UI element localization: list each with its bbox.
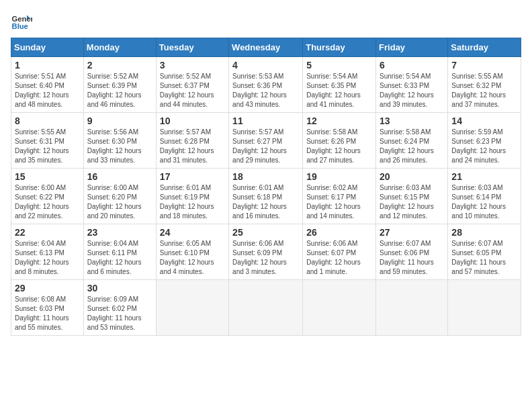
calendar-cell: 12Sunrise: 5:58 AM Sunset: 6:26 PM Dayli…: [303, 113, 376, 169]
week-row-1: 1Sunrise: 5:51 AM Sunset: 6:40 PM Daylig…: [11, 57, 521, 113]
day-detail: Sunrise: 5:52 AM Sunset: 6:39 PM Dayligh…: [87, 72, 152, 109]
page-header: General Blue: [11, 11, 521, 32]
svg-text:Blue: Blue: [12, 22, 28, 30]
day-number: 23: [87, 227, 152, 238]
calendar-cell: 6Sunrise: 5:54 AM Sunset: 6:33 PM Daylig…: [376, 57, 448, 113]
day-detail: Sunrise: 5:54 AM Sunset: 6:35 PM Dayligh…: [306, 72, 372, 109]
weekday-header-monday: Monday: [83, 38, 156, 57]
calendar-cell: 23Sunrise: 6:04 AM Sunset: 6:11 PM Dayli…: [83, 224, 156, 280]
day-detail: Sunrise: 5:55 AM Sunset: 6:32 PM Dayligh…: [451, 72, 517, 109]
calendar-cell: 14Sunrise: 5:59 AM Sunset: 6:23 PM Dayli…: [448, 113, 521, 169]
day-number: 16: [87, 171, 152, 182]
day-detail: Sunrise: 5:58 AM Sunset: 6:24 PM Dayligh…: [380, 128, 444, 165]
weekday-header-thursday: Thursday: [303, 38, 376, 57]
week-row-4: 22Sunrise: 6:04 AM Sunset: 6:13 PM Dayli…: [11, 224, 521, 280]
calendar-cell: 17Sunrise: 6:01 AM Sunset: 6:19 PM Dayli…: [156, 169, 228, 224]
calendar-cell: 1Sunrise: 5:51 AM Sunset: 6:40 PM Daylig…: [11, 57, 84, 113]
day-detail: Sunrise: 5:53 AM Sunset: 6:36 PM Dayligh…: [232, 72, 299, 109]
week-row-5: 29Sunrise: 6:08 AM Sunset: 6:03 PM Dayli…: [11, 280, 521, 336]
day-number: 7: [451, 60, 517, 71]
calendar-cell: 15Sunrise: 6:00 AM Sunset: 6:22 PM Dayli…: [11, 169, 84, 224]
day-detail: Sunrise: 6:00 AM Sunset: 6:22 PM Dayligh…: [15, 183, 80, 221]
day-detail: Sunrise: 5:57 AM Sunset: 6:28 PM Dayligh…: [160, 128, 225, 165]
logo-icon: General Blue: [11, 11, 32, 32]
calendar-cell: 9Sunrise: 5:56 AM Sunset: 6:30 PM Daylig…: [83, 113, 156, 169]
day-number: 22: [15, 227, 80, 238]
weekday-header-saturday: Saturday: [448, 38, 521, 57]
day-detail: Sunrise: 6:01 AM Sunset: 6:18 PM Dayligh…: [232, 183, 299, 221]
calendar-cell: [156, 280, 228, 336]
day-detail: Sunrise: 5:55 AM Sunset: 6:31 PM Dayligh…: [15, 128, 80, 165]
day-detail: Sunrise: 6:05 AM Sunset: 6:10 PM Dayligh…: [160, 239, 225, 277]
day-detail: Sunrise: 5:51 AM Sunset: 6:40 PM Dayligh…: [15, 72, 80, 109]
day-number: 27: [380, 227, 444, 238]
day-detail: Sunrise: 6:00 AM Sunset: 6:20 PM Dayligh…: [87, 183, 152, 221]
day-detail: Sunrise: 6:07 AM Sunset: 6:05 PM Dayligh…: [451, 239, 517, 277]
day-number: 11: [232, 116, 299, 126]
week-row-3: 15Sunrise: 6:00 AM Sunset: 6:22 PM Dayli…: [11, 169, 521, 224]
day-detail: Sunrise: 6:04 AM Sunset: 6:11 PM Dayligh…: [87, 239, 152, 277]
calendar-table: SundayMondayTuesdayWednesdayThursdayFrid…: [11, 38, 521, 336]
day-number: 3: [160, 60, 225, 71]
day-number: 14: [451, 116, 517, 126]
week-row-2: 8Sunrise: 5:55 AM Sunset: 6:31 PM Daylig…: [11, 113, 521, 169]
day-detail: Sunrise: 6:09 AM Sunset: 6:02 PM Dayligh…: [87, 295, 152, 332]
calendar-cell: 13Sunrise: 5:58 AM Sunset: 6:24 PM Dayli…: [376, 113, 448, 169]
day-detail: Sunrise: 6:06 AM Sunset: 6:07 PM Dayligh…: [306, 239, 372, 277]
calendar-cell: 7Sunrise: 5:55 AM Sunset: 6:32 PM Daylig…: [448, 57, 521, 113]
calendar-cell: 8Sunrise: 5:55 AM Sunset: 6:31 PM Daylig…: [11, 113, 84, 169]
day-detail: Sunrise: 5:57 AM Sunset: 6:27 PM Dayligh…: [232, 128, 299, 165]
day-detail: Sunrise: 6:04 AM Sunset: 6:13 PM Dayligh…: [15, 239, 80, 277]
calendar-cell: 26Sunrise: 6:06 AM Sunset: 6:07 PM Dayli…: [303, 224, 376, 280]
calendar-cell: 29Sunrise: 6:08 AM Sunset: 6:03 PM Dayli…: [11, 280, 84, 336]
day-number: 21: [451, 171, 517, 182]
calendar-cell: 10Sunrise: 5:57 AM Sunset: 6:28 PM Dayli…: [156, 113, 228, 169]
calendar-cell: 30Sunrise: 6:09 AM Sunset: 6:02 PM Dayli…: [83, 280, 156, 336]
day-number: 29: [15, 283, 80, 293]
calendar-cell: [229, 280, 303, 336]
calendar-cell: [376, 280, 448, 336]
day-number: 19: [306, 171, 372, 182]
day-number: 20: [380, 171, 444, 182]
calendar-cell: 18Sunrise: 6:01 AM Sunset: 6:18 PM Dayli…: [229, 169, 303, 224]
day-number: 24: [160, 227, 225, 238]
day-number: 1: [15, 60, 80, 71]
day-number: 18: [232, 171, 299, 182]
calendar-cell: 4Sunrise: 5:53 AM Sunset: 6:36 PM Daylig…: [229, 57, 303, 113]
calendar-cell: 2Sunrise: 5:52 AM Sunset: 6:39 PM Daylig…: [83, 57, 156, 113]
weekday-header-wednesday: Wednesday: [229, 38, 303, 57]
day-number: 30: [87, 283, 152, 293]
calendar-cell: 22Sunrise: 6:04 AM Sunset: 6:13 PM Dayli…: [11, 224, 84, 280]
calendar-cell: [303, 280, 376, 336]
day-number: 6: [380, 60, 444, 71]
day-detail: Sunrise: 5:58 AM Sunset: 6:26 PM Dayligh…: [306, 128, 372, 165]
calendar-cell: 5Sunrise: 5:54 AM Sunset: 6:35 PM Daylig…: [303, 57, 376, 113]
weekday-header-tuesday: Tuesday: [156, 38, 228, 57]
day-detail: Sunrise: 6:01 AM Sunset: 6:19 PM Dayligh…: [160, 183, 225, 221]
day-number: 13: [380, 116, 444, 126]
day-number: 26: [306, 227, 372, 238]
day-detail: Sunrise: 5:59 AM Sunset: 6:23 PM Dayligh…: [451, 128, 517, 165]
calendar-cell: 24Sunrise: 6:05 AM Sunset: 6:10 PM Dayli…: [156, 224, 228, 280]
calendar-cell: 3Sunrise: 5:52 AM Sunset: 6:37 PM Daylig…: [156, 57, 228, 113]
calendar-cell: 19Sunrise: 6:02 AM Sunset: 6:17 PM Dayli…: [303, 169, 376, 224]
day-number: 25: [232, 227, 299, 238]
day-detail: Sunrise: 5:52 AM Sunset: 6:37 PM Dayligh…: [160, 72, 225, 109]
day-number: 28: [451, 227, 517, 238]
day-number: 9: [87, 116, 152, 126]
day-number: 17: [160, 171, 225, 182]
calendar-cell: 21Sunrise: 6:03 AM Sunset: 6:14 PM Dayli…: [448, 169, 521, 224]
day-detail: Sunrise: 6:03 AM Sunset: 6:14 PM Dayligh…: [451, 183, 517, 221]
calendar-cell: 11Sunrise: 5:57 AM Sunset: 6:27 PM Dayli…: [229, 113, 303, 169]
day-number: 2: [87, 60, 152, 71]
day-detail: Sunrise: 6:02 AM Sunset: 6:17 PM Dayligh…: [306, 183, 372, 221]
logo: General Blue: [11, 11, 32, 32]
day-detail: Sunrise: 6:06 AM Sunset: 6:09 PM Dayligh…: [232, 239, 299, 277]
day-number: 12: [306, 116, 372, 126]
calendar-cell: 28Sunrise: 6:07 AM Sunset: 6:05 PM Dayli…: [448, 224, 521, 280]
day-detail: Sunrise: 6:07 AM Sunset: 6:06 PM Dayligh…: [380, 239, 444, 277]
calendar-cell: [448, 280, 521, 336]
day-detail: Sunrise: 5:54 AM Sunset: 6:33 PM Dayligh…: [380, 72, 444, 109]
calendar-cell: 27Sunrise: 6:07 AM Sunset: 6:06 PM Dayli…: [376, 224, 448, 280]
weekday-header-friday: Friday: [376, 38, 448, 57]
